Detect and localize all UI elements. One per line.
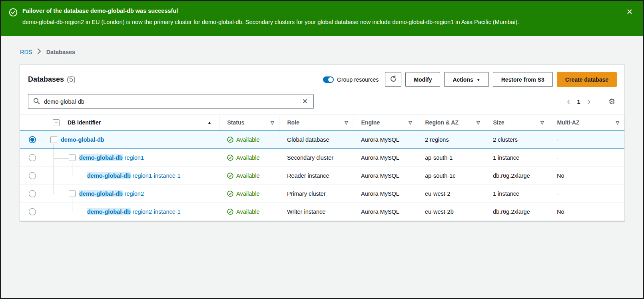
create-database-button[interactable]: Create database: [557, 72, 617, 87]
size-column-header[interactable]: Size ▽: [485, 115, 549, 131]
role-header-label: Role: [287, 119, 299, 126]
refresh-icon: [390, 75, 397, 84]
status-badge: Available: [227, 155, 274, 161]
region-cell: eu-west-2b: [417, 203, 485, 221]
size-cell: 1 instance: [485, 149, 549, 167]
search-input[interactable]: [44, 98, 301, 105]
row-radio[interactable]: [29, 208, 36, 215]
search-icon: [33, 98, 40, 106]
search-box[interactable]: ✕: [28, 94, 314, 109]
refresh-button[interactable]: [385, 72, 401, 87]
tree-line: [72, 167, 72, 176]
engine-column-header[interactable]: Engine ▽: [353, 115, 417, 131]
table-row[interactable]: demo-global-db-region1-instance-1 Availa…: [20, 167, 624, 185]
sort-ascending-icon[interactable]: ▲: [207, 120, 212, 125]
collapse-row-icon[interactable]: −: [69, 191, 76, 197]
engine-cell: Aurora MySQL: [353, 185, 417, 203]
collapse-row-icon[interactable]: −: [69, 155, 76, 161]
role-cell: Secondary cluster: [279, 149, 353, 167]
db-id-rest: -region2: [123, 191, 144, 197]
databases-table: − DB identifier ▲ Status ▽ Role: [20, 114, 624, 221]
engine-cell: Aurora MySQL: [353, 131, 417, 149]
status-sort-icon[interactable]: ▽: [271, 120, 274, 125]
tree-line: [54, 194, 69, 194]
status-text: Available: [236, 209, 260, 215]
actions-button[interactable]: Actions ▼: [444, 72, 488, 87]
settings-gear-icon[interactable]: ⚙: [607, 98, 617, 105]
size-cell: db.r6g.2xlarge: [485, 167, 549, 185]
role-sort-icon[interactable]: ▽: [345, 120, 348, 125]
db-identifier-link[interactable]: demo-global-db-region2: [79, 191, 144, 197]
panel-header: Databases (5) Group resources Modify: [20, 65, 624, 92]
databases-panel: Databases (5) Group resources Modify: [20, 64, 625, 221]
multi-az-column-header[interactable]: Multi-AZ ▽: [549, 115, 624, 131]
region-cell: eu-west-2: [417, 185, 485, 203]
multi-az-cell: No: [549, 203, 624, 221]
multi-az-sort-icon[interactable]: ▽: [616, 120, 619, 125]
status-badge: Available: [227, 209, 274, 215]
modify-button[interactable]: Modify: [405, 72, 440, 87]
size-sort-icon[interactable]: ▽: [540, 120, 544, 125]
row-radio[interactable]: [29, 190, 36, 197]
tree-line: [54, 158, 69, 159]
group-resources-label: Group resources: [337, 76, 379, 83]
table-row[interactable]: − demo-global-db-region2 Available Prima…: [20, 185, 624, 203]
status-text: Available: [236, 191, 260, 197]
region-cell: 2 regions: [417, 131, 485, 149]
engine-sort-icon[interactable]: ▽: [409, 120, 412, 125]
row-radio-selected[interactable]: [29, 136, 36, 143]
banner-close-icon[interactable]: ✕: [626, 8, 633, 16]
role-cell: Global database: [279, 131, 353, 149]
region-az-header-label: Region & AZ: [425, 119, 459, 126]
region-az-sort-icon[interactable]: ▽: [477, 120, 480, 125]
role-column-header[interactable]: Role ▽: [279, 115, 353, 131]
status-badge: Available: [227, 173, 274, 179]
group-resources-toggle[interactable]: Group resources: [323, 76, 379, 83]
toggle-switch-icon[interactable]: [323, 76, 334, 83]
tree-line: [54, 144, 54, 148]
db-identifier-link[interactable]: demo-global-db-region1: [79, 155, 144, 161]
engine-cell: Aurora MySQL: [353, 149, 417, 167]
db-id-match: demo-global-db: [79, 190, 123, 197]
restore-from-s3-button[interactable]: Restore from S3: [493, 72, 553, 87]
row-radio[interactable]: [29, 172, 36, 179]
table-row[interactable]: demo-global-db-region2-instance-1 Availa…: [20, 203, 624, 221]
page-number[interactable]: 1: [576, 98, 582, 105]
row-radio[interactable]: [29, 154, 36, 161]
table-row[interactable]: − demo-global-db-region1 Available Secon…: [20, 149, 624, 167]
page-prev-icon[interactable]: ‹: [563, 97, 574, 106]
banner-title: Failover of the database demo-global-db …: [22, 8, 519, 14]
status-text: Available: [236, 136, 260, 143]
available-check-icon: [227, 155, 233, 161]
multi-az-cell: -: [549, 185, 624, 203]
db-identifier-column-header[interactable]: − DB identifier ▲: [45, 115, 219, 131]
db-identifier-link[interactable]: demo-global-db-region1-instance-1: [87, 173, 181, 179]
tree-line: [72, 162, 72, 167]
page-next-icon[interactable]: ›: [584, 97, 594, 106]
available-check-icon: [227, 173, 233, 179]
role-cell: Writer instance: [279, 203, 353, 221]
engine-cell: Aurora MySQL: [353, 203, 417, 221]
screenshot-frame: Failover of the database demo-global-db …: [0, 0, 644, 299]
collapse-all-icon[interactable]: −: [53, 119, 60, 126]
db-id-rest: -region2-instance-1: [131, 209, 181, 215]
table-row[interactable]: − demo-global-db Available Global databa…: [20, 131, 624, 149]
collapse-row-icon[interactable]: −: [50, 136, 57, 143]
db-id-rest: -region1-instance-1: [131, 173, 181, 179]
region-cell: ap-south-1c: [417, 167, 485, 185]
region-az-column-header[interactable]: Region & AZ ▽: [417, 115, 485, 131]
table-header-row: − DB identifier ▲ Status ▽ Role: [20, 115, 624, 131]
engine-cell: Aurora MySQL: [353, 167, 417, 185]
engine-header-label: Engine: [361, 119, 380, 126]
status-column-header[interactable]: Status ▽: [219, 115, 279, 131]
search-clear-icon[interactable]: ✕: [301, 98, 309, 105]
region-cell: ap-south-1: [417, 149, 485, 167]
size-header-label: Size: [493, 119, 504, 126]
tree-line: [72, 197, 72, 203]
db-id-match: demo-global-db: [61, 136, 104, 143]
tree-line: [54, 185, 54, 194]
breadcrumb-rds-link[interactable]: RDS: [20, 49, 32, 55]
db-identifier-link[interactable]: demo-global-db: [61, 136, 104, 143]
tree-line: [72, 212, 85, 212]
db-identifier-link[interactable]: demo-global-db-region2-instance-1: [87, 209, 181, 215]
